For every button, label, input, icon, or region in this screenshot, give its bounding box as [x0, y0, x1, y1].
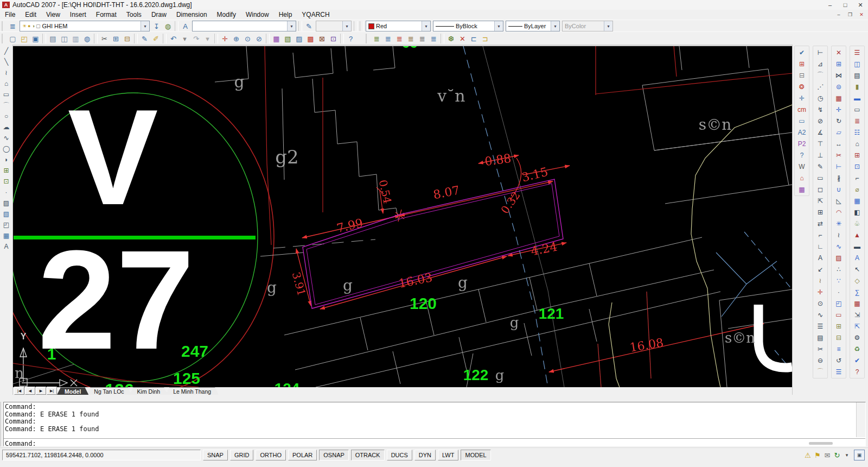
rotate-icon[interactable]: ↻: [833, 115, 845, 127]
window-icon[interactable]: ▤: [851, 70, 863, 81]
slab-icon[interactable]: ▭: [851, 104, 863, 115]
tab-le-minh-thang[interactable]: Le Minh Thang: [165, 387, 219, 395]
menu-draw[interactable]: Draw: [146, 10, 171, 19]
menu-format[interactable]: Format: [91, 10, 122, 19]
join-icon[interactable]: ∪: [833, 184, 845, 195]
door-icon[interactable]: ◫: [851, 58, 863, 70]
text-style-combo[interactable]: ▾: [192, 21, 296, 31]
plot-icon[interactable]: ▤: [47, 33, 59, 44]
chevron-down-icon[interactable]: ▾: [422, 21, 430, 31]
stretch-icon[interactable]: ↔: [833, 138, 845, 149]
revision-cloud-icon[interactable]: ☁: [1, 122, 12, 132]
markup-set-icon[interactable]: ⊠: [316, 33, 328, 44]
chevron-down-icon[interactable]: ▾: [141, 21, 149, 31]
beam-icon[interactable]: ▬: [851, 92, 863, 104]
plot-preview-icon[interactable]: ◫: [59, 33, 70, 44]
dim-curve-icon[interactable]: ≀: [814, 275, 826, 286]
command-box[interactable]: Command:Command: E ERASE 1 foundCommand:…: [3, 402, 866, 446]
wall-icon[interactable]: ☰: [851, 47, 863, 58]
tab-last-button[interactable]: ▶|: [47, 387, 57, 395]
tab-prev-button[interactable]: ◀: [25, 387, 35, 395]
toggle-snap[interactable]: SNAP: [203, 450, 228, 460]
restore-button[interactable]: □: [838, 1, 853, 9]
arc-icon[interactable]: ⌒: [1, 100, 12, 111]
toggle-grid[interactable]: GRID: [230, 450, 254, 460]
dim-aligned-icon[interactable]: ⊿: [814, 58, 826, 70]
purge-icon[interactable]: ♻: [851, 343, 863, 355]
trim-icon[interactable]: ✂: [833, 149, 845, 161]
zoom-realtime-icon[interactable]: ⊕: [231, 33, 242, 44]
linetype-combo[interactable]: ByBlock ▾: [433, 21, 503, 31]
dim-style-combo[interactable]: ▾: [316, 21, 352, 31]
dim-diameter-icon[interactable]: ⊘: [814, 115, 826, 127]
redo-icon[interactable]: ↷: [190, 33, 202, 44]
area-calc-icon[interactable]: ∑: [851, 286, 863, 298]
new-icon[interactable]: ▢: [7, 33, 18, 44]
region-tool-icon[interactable]: ◰: [833, 298, 845, 309]
axis-label-icon[interactable]: ⊡: [851, 161, 863, 172]
block-group-icon[interactable]: ⊞: [796, 58, 808, 70]
standards-warning-icon[interactable]: ⚠: [803, 450, 813, 460]
match-properties-icon[interactable]: ✎: [303, 21, 315, 31]
table-icon[interactable]: ▦: [1, 230, 12, 241]
chevron-down-icon[interactable]: ▾: [287, 21, 296, 31]
cut-icon[interactable]: ✂: [99, 33, 110, 44]
close-button[interactable]: ✕: [853, 1, 868, 9]
ellipse-icon[interactable]: ◯: [1, 143, 12, 154]
sheet-set-manager-icon[interactable]: ▩: [305, 33, 316, 44]
tree-icon[interactable]: ♧: [851, 218, 863, 229]
dim-break-icon[interactable]: ⌐: [814, 229, 826, 241]
dim-baseline-icon[interactable]: ⊥: [814, 149, 826, 161]
doc-restore-button[interactable]: ❐: [845, 11, 855, 18]
copy-icon[interactable]: ⊞: [110, 33, 122, 44]
toggle-ducs[interactable]: DUCS: [387, 450, 412, 460]
zoom-window-icon[interactable]: ⊙: [242, 33, 253, 44]
tab-ng-tan-loc[interactable]: Ng Tan LOc: [86, 387, 131, 395]
query-icon[interactable]: ?: [796, 149, 808, 161]
toolbar-grip[interactable]: [2, 34, 5, 43]
erase-icon[interactable]: ✕: [833, 47, 845, 58]
menu-edit[interactable]: Edit: [20, 10, 41, 19]
a2-badge-icon[interactable]: A2: [796, 127, 808, 138]
dim-ordinate-icon[interactable]: ⋰: [814, 81, 826, 92]
layer-delete-icon[interactable]: ⊐: [480, 33, 491, 44]
scale-icon[interactable]: ▱: [833, 127, 845, 138]
tag-icon[interactable]: ◇: [851, 275, 863, 286]
column-icon[interactable]: ▮: [851, 81, 863, 92]
layer-previous2-icon[interactable]: ≣: [371, 33, 382, 44]
measure-icon[interactable]: ∵: [833, 275, 845, 286]
dim-linear-icon[interactable]: ⊢: [814, 47, 826, 58]
leader-tag-icon[interactable]: ↖: [851, 263, 863, 275]
dim-radius-icon[interactable]: ◷: [814, 92, 826, 104]
toggle-otrack[interactable]: OTRACK: [351, 450, 385, 460]
array-icon[interactable]: ▦: [833, 92, 845, 104]
center-mark-icon[interactable]: ⇄: [814, 218, 826, 229]
cad-standards-icon[interactable]: ✔: [796, 47, 808, 58]
stair-icon[interactable]: ≣: [851, 115, 863, 127]
layer-match-icon[interactable]: ✕: [457, 33, 468, 44]
paste-icon[interactable]: ⊟: [122, 33, 133, 44]
layer-previous-icon[interactable]: ↧: [151, 21, 162, 31]
chevron-down-icon[interactable]: ▾: [342, 21, 351, 31]
group-icon[interactable]: ⊞: [833, 320, 845, 332]
dim-circle-icon[interactable]: ⊙: [814, 298, 826, 309]
dim-stack-icon[interactable]: ☰: [814, 320, 826, 332]
align-icon[interactable]: ≡: [833, 343, 845, 355]
insert-block-icon[interactable]: ⊞: [1, 165, 12, 176]
line-icon[interactable]: ╱: [1, 46, 12, 56]
leader-arrow-icon[interactable]: ↙: [814, 263, 826, 275]
settings-icon[interactable]: ⚙: [851, 332, 863, 343]
unit-convert-icon[interactable]: cm: [796, 104, 808, 115]
plot-notify-icon[interactable]: ✉: [822, 450, 832, 460]
toggle-model[interactable]: MODEL: [461, 450, 490, 460]
tab-next-button[interactable]: ▶: [36, 387, 46, 395]
audit-icon[interactable]: ✔: [851, 355, 863, 366]
layer-states-manager-icon[interactable]: ◍: [162, 21, 174, 31]
menu-file[interactable]: File: [0, 10, 20, 19]
publish-icon[interactable]: ▥: [70, 33, 81, 44]
command-prompt[interactable]: Command:: [5, 440, 36, 447]
break-icon[interactable]: ∦: [833, 172, 845, 184]
layer-isolate-icon[interactable]: ≣: [394, 33, 405, 44]
toggle-lwt[interactable]: LWT: [438, 450, 458, 460]
spline-icon[interactable]: ∿: [1, 132, 12, 143]
